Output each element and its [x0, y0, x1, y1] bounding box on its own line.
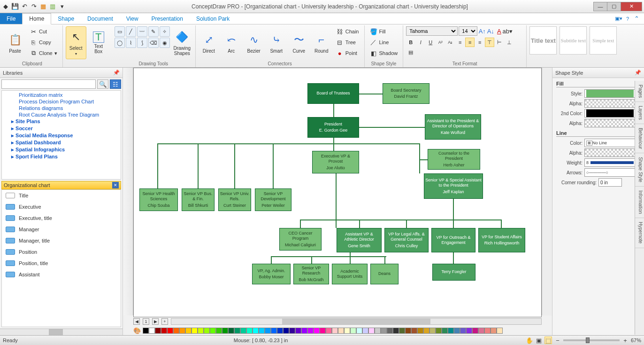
org-node-svpd[interactable]: Senior VP DevelopmentPeter Weiler — [255, 188, 291, 211]
fill-style-select[interactable] — [584, 89, 636, 98]
color-swatch[interactable] — [259, 328, 265, 334]
color-swatch[interactable] — [307, 328, 314, 334]
color-swatch[interactable] — [466, 328, 472, 334]
sub-button[interactable]: A₂ — [445, 38, 455, 47]
pin-icon[interactable]: 📌 — [635, 70, 641, 76]
textbox-button[interactable]: TText Box — [88, 26, 109, 59]
fill-color2-select[interactable] — [584, 109, 636, 118]
fill-alpha2-slider[interactable] — [584, 119, 640, 127]
color-swatch[interactable] — [497, 328, 503, 334]
color-swatch[interactable] — [423, 328, 429, 334]
color-swatch[interactable] — [167, 328, 173, 334]
color-swatch[interactable] — [417, 328, 423, 334]
align-center-button[interactable]: ≡ — [465, 38, 475, 47]
tool-star[interactable]: ✧ — [160, 26, 170, 37]
justify-button[interactable]: ▤ — [406, 47, 415, 57]
shape-item[interactable]: Assistant — [2, 269, 121, 280]
color-swatch[interactable] — [356, 328, 362, 334]
color-swatch[interactable] — [192, 328, 198, 334]
org-node-pres[interactable]: PresidentE. Gordon Gee — [307, 117, 359, 138]
color-swatch[interactable] — [326, 328, 332, 334]
align-top-button[interactable]: ⊤ — [485, 38, 494, 47]
shape-item[interactable]: Manager — [2, 224, 121, 235]
org-node-deans[interactable]: Deans — [370, 264, 399, 284]
color-swatch[interactable] — [161, 328, 167, 334]
clone-button[interactable]: ⧉Clone ▾ — [27, 48, 60, 58]
search-mode-button[interactable]: ☷ — [110, 79, 121, 89]
library-tree[interactable]: Prioritization matrixProcess Decision Pr… — [1, 90, 121, 180]
tab-document[interactable]: Document — [81, 13, 120, 24]
category-header[interactable]: Organizational chart ✕ — [1, 181, 121, 189]
color-swatch[interactable] — [265, 328, 271, 334]
app-icon[interactable]: ◆ — [2, 3, 9, 10]
tab-file[interactable]: File — [0, 13, 22, 24]
color-swatch[interactable] — [344, 328, 350, 334]
org-node-evp[interactable]: Executive VP & ProvostJoe Alutto — [312, 151, 359, 173]
side-tab-information[interactable]: Information — [635, 187, 644, 218]
tab-presentation[interactable]: Presentation — [145, 13, 190, 24]
org-node-svpsa[interactable]: Senior VP & Special Assistant to the Pre… — [424, 173, 483, 199]
connector-bezier[interactable]: ∿Bezier — [244, 26, 264, 59]
tool-arc2[interactable]: ⟆ — [137, 38, 147, 48]
shadow-button[interactable]: ◧Shadow — [368, 48, 400, 58]
preset-subtitle[interactable]: Subtitle text — [560, 26, 587, 55]
preset-simple[interactable]: Simple text — [590, 26, 617, 55]
color-swatch[interactable] — [204, 328, 210, 334]
tab-solution-park[interactable]: Solution Park — [190, 13, 236, 24]
color-swatch[interactable] — [253, 328, 259, 334]
help-icon[interactable]: ? — [626, 16, 629, 22]
color-swatch[interactable] — [399, 328, 405, 334]
shape-item[interactable]: Manager, title — [2, 235, 121, 246]
font-color-icon[interactable]: A — [495, 27, 503, 35]
strike-button[interactable]: A² — [436, 38, 445, 47]
color-swatch[interactable] — [216, 328, 222, 334]
connector-arc[interactable]: ⤺Arc — [221, 26, 242, 59]
library-tree-item[interactable]: Process Decision Program Chart — [2, 98, 121, 105]
fit-icon[interactable]: ▣ — [535, 337, 543, 344]
zoom-slider[interactable] — [563, 339, 620, 341]
shape-item[interactable]: Position, title — [2, 258, 121, 269]
library-tree-item[interactable]: ▸ Spatial Dashboard — [2, 139, 121, 146]
maximize-button[interactable]: ▢ — [607, 2, 621, 11]
tool-wave[interactable]: 〰 — [137, 26, 147, 37]
fill-button[interactable]: 🪣Fill — [368, 26, 400, 37]
rounding-input[interactable]: 0 in — [598, 178, 622, 187]
library-tree-item[interactable]: Root Cause Analysis Tree Diagram — [2, 111, 121, 118]
close-button[interactable]: ✕ — [621, 2, 642, 11]
color-swatch[interactable] — [143, 328, 149, 334]
color-swatch[interactable] — [448, 328, 454, 334]
color-swatch[interactable] — [173, 328, 179, 334]
color-swatch[interactable] — [234, 328, 240, 334]
side-tab-shape-style[interactable]: Shape Style — [635, 153, 644, 187]
font-select[interactable]: Tahoma — [406, 26, 458, 36]
color-swatch[interactable] — [185, 328, 192, 334]
side-tab-behaviour[interactable]: Behaviour — [635, 124, 644, 153]
color-swatch[interactable] — [283, 328, 289, 334]
color-swatch[interactable] — [368, 328, 375, 334]
line-alpha-slider[interactable] — [584, 149, 640, 157]
panels-icon[interactable]: ▥ — [49, 3, 56, 10]
side-tab-hypernote[interactable]: Hypernote — [635, 218, 644, 248]
page-prev[interactable]: ◀ — [133, 318, 140, 325]
line-weight-select[interactable]: 8 — [584, 158, 636, 167]
pin-icon[interactable]: 📌 — [113, 70, 120, 76]
tab-shape[interactable]: Shape — [51, 13, 81, 24]
library-tree-item[interactable]: ▸ Site Plans — [2, 118, 121, 125]
connector-curve[interactable]: 〜Curve — [289, 26, 309, 59]
color-swatch[interactable] — [460, 328, 466, 334]
library-tree-item[interactable]: Relations diagrams — [2, 105, 121, 111]
color-swatch[interactable] — [484, 328, 491, 334]
color-swatch[interactable] — [478, 328, 484, 334]
org-node-svpr[interactable]: Senior VP ResearchBob McGrath — [293, 264, 329, 284]
org-node-svpbf[interactable]: Senior VP Bus. & Fin.Bill Shkurti — [182, 188, 215, 211]
color-swatch[interactable] — [411, 328, 417, 334]
color-swatch[interactable] — [222, 328, 228, 334]
undo-icon[interactable]: ↶ — [21, 3, 28, 10]
color-swatch[interactable] — [149, 328, 155, 334]
hscroll[interactable] — [171, 318, 542, 325]
color-swatch[interactable] — [301, 328, 307, 334]
color-swatch[interactable] — [198, 328, 204, 334]
org-node-ceo[interactable]: CEO Cancer ProgramMichael Caligiuri — [279, 228, 322, 251]
library-tree-item[interactable]: ▸ Social Media Response — [2, 132, 121, 139]
minimize-button[interactable]: — — [593, 2, 607, 11]
